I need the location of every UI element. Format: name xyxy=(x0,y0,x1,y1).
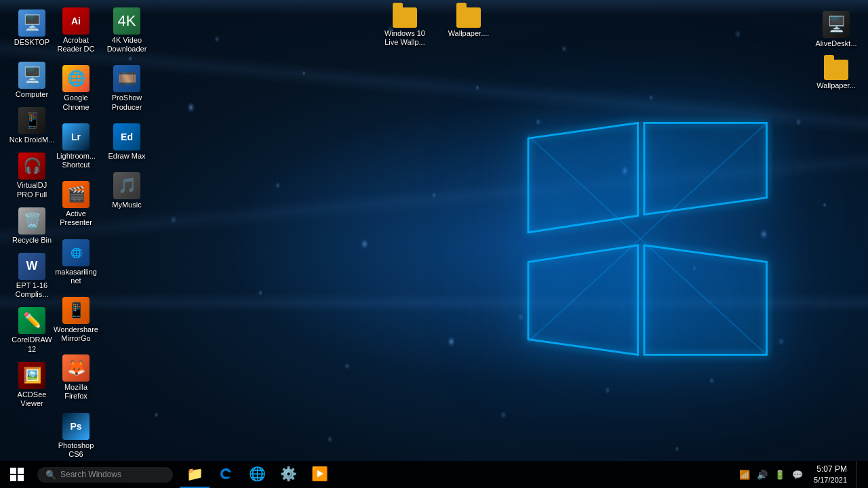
notification-icon[interactable]: 💬 xyxy=(790,468,805,481)
proshow-icon[interactable]: 🎞️ ProShow Producer xyxy=(100,62,154,114)
system-tray: 📶 🔊 🔋 💬 xyxy=(737,468,805,481)
firefox-icon-img: 🦊 xyxy=(62,354,90,382)
svg-rect-4 xyxy=(10,468,16,474)
photoshop-icon-label: Photoshop CS6 xyxy=(53,441,99,459)
wallpaper-folder-label: Wallpaper.... xyxy=(448,29,490,38)
active-presenter-icon-img: 🎬 xyxy=(62,181,90,208)
mymusic-icon-label: MyMusic xyxy=(112,201,141,209)
search-icon: 🔍 xyxy=(45,470,56,480)
battery-icon[interactable]: 🔋 xyxy=(772,468,787,481)
firefox-icon[interactable]: 🦊 Mozilla Firefox xyxy=(49,352,103,403)
alivedeskt-icon[interactable]: 🖥️ AliveDeskt... xyxy=(809,8,863,51)
word-icon-img: W xyxy=(18,253,45,280)
taskbar-edge[interactable] xyxy=(211,461,241,488)
show-desktop-button[interactable] xyxy=(856,461,861,488)
wondershare-icon[interactable]: 📱 Wondershare MirrorGo xyxy=(49,294,103,346)
computer-icon-label: Computer xyxy=(16,90,48,99)
network-icon[interactable]: 📶 xyxy=(737,468,752,481)
volume-icon[interactable]: 🔊 xyxy=(755,468,770,481)
start-button[interactable] xyxy=(0,461,34,488)
nck-icon-img: 📱 xyxy=(18,107,45,134)
proshow-icon-label: ProShow Producer xyxy=(104,94,150,111)
taskbar-date-display: 5/17/2021 xyxy=(814,475,847,485)
alivedeskt-icon-label: AliveDeskt... xyxy=(815,39,856,48)
taskbar-pinned-apps: 📁 🌐 ⚙️ ▶️ xyxy=(180,461,334,488)
wallpaper-folder-img xyxy=(456,7,481,28)
wallpaper-right-icon[interactable]: Wallpaper... xyxy=(809,57,863,93)
acrobat-icon-img: Ai xyxy=(62,7,90,35)
icons-top-right: 🖥️ AliveDeskt... Wallpaper... xyxy=(804,3,868,98)
alivedeskt-icon-img: 🖥️ xyxy=(823,11,850,38)
chrome-icon-label: Google Chrome xyxy=(53,94,99,111)
wondershare-icon-label: Wondershare MirrorGo xyxy=(53,325,99,343)
wallpaper-right-label: Wallpaper... xyxy=(816,81,856,90)
proshow-icon-img: 🎞️ xyxy=(113,65,140,92)
edraw-icon-img: Ed xyxy=(113,123,140,150)
win10-folder-label: Windows 10 Live Wallp... xyxy=(382,29,428,47)
photoshop-icon[interactable]: Ps Photoshop CS6 xyxy=(49,410,103,462)
mymusic-icon-img: 🎵 xyxy=(113,172,140,199)
taskbar-file-explorer[interactable]: 📁 xyxy=(180,461,210,488)
recycle-bin-icon-img: 🗑️ xyxy=(18,207,45,235)
computer-icon-img: 🖥️ xyxy=(18,62,45,89)
desktop: 🖥️ DESKTOP 🖥️ Computer 📱 Nck DroidM... 🎧… xyxy=(0,0,868,488)
lightroom-icon-label: Lightroom... Shortcut xyxy=(53,152,99,169)
wondershare-icon-img: 📱 xyxy=(62,297,90,324)
icons-top-center: Windows 10 Live Wallp... Wallpaper.... xyxy=(376,3,497,51)
taskbar-settings[interactable]: ⚙️ xyxy=(273,461,303,488)
coreldraw-icon-img: ✏️ xyxy=(18,307,45,334)
lightroom-icon-img: Lr xyxy=(62,123,90,150)
4kvideo-icon[interactable]: 4K 4K Video Downloader xyxy=(100,5,154,56)
viewer-icon-img: 🖼️ xyxy=(18,362,45,389)
makasiling-icon-label: makasariling net xyxy=(53,268,99,285)
makasiling-icon-img: 🌐 xyxy=(62,239,90,266)
wallpaper-folder-icon[interactable]: Wallpaper.... xyxy=(441,5,496,49)
mymusic-icon[interactable]: 🎵 MyMusic xyxy=(100,169,154,212)
svg-rect-7 xyxy=(18,475,24,481)
search-placeholder: Search Windows xyxy=(60,470,121,479)
taskbar-search[interactable]: 🔍 Search Windows xyxy=(37,467,173,483)
win10-folder-icon[interactable]: Windows 10 Live Wallp... xyxy=(378,5,432,49)
taskbar-clock[interactable]: 5:07 PM 5/17/2021 xyxy=(808,464,852,485)
4kvideo-icon-img: 4K xyxy=(113,7,140,35)
edraw-icon[interactable]: Ed Edraw Max xyxy=(100,121,154,163)
taskbar-chrome[interactable]: 🌐 xyxy=(242,461,272,488)
taskbar-time-display: 5:07 PM xyxy=(816,464,847,475)
makasiling-icon[interactable]: 🌐 makasariling net xyxy=(49,237,103,288)
acrobat-icon-label: Acrobat Reader DC xyxy=(53,36,99,54)
4kvideo-icon-label: 4K Video Downloader xyxy=(104,36,150,54)
svg-rect-6 xyxy=(10,475,16,481)
taskbar-right: 📶 🔊 🔋 💬 5:07 PM 5/17/2021 xyxy=(737,461,868,488)
active-presenter-icon-label: Active Presenter xyxy=(53,209,99,227)
photoshop-icon-img: Ps xyxy=(62,413,90,440)
windows-logo xyxy=(515,110,773,367)
icons-column-3: 4K 4K Video Downloader 🎞️ ProShow Produc… xyxy=(95,0,159,217)
virtualdj-icon-img: 🎧 xyxy=(18,152,45,180)
taskbar: 🔍 Search Windows 📁 🌐 ⚙️ ▶️ 📶 🔊 🔋 💬 xyxy=(0,461,868,488)
win10-folder-img xyxy=(393,7,417,28)
firefox-icon-label: Mozilla Firefox xyxy=(53,383,99,401)
wallpaper-right-img xyxy=(824,60,848,80)
svg-rect-5 xyxy=(18,468,24,474)
chrome-icon-img: 🌐 xyxy=(62,65,90,92)
desktop-icon-img: 🖥️ xyxy=(18,9,45,37)
edraw-icon-label: Edraw Max xyxy=(108,152,145,161)
taskbar-media[interactable]: ▶️ xyxy=(304,461,334,488)
